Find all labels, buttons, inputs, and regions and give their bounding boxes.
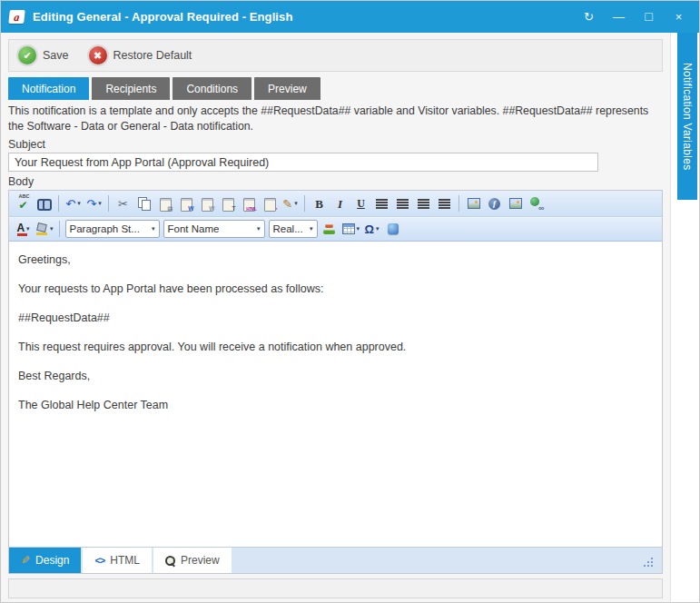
notification-variables-tab[interactable]: Notification Variables [677, 33, 697, 200]
italic-icon[interactable]: I [330, 193, 350, 213]
dialog-window: a Editing General - Approval Required - … [0, 0, 700, 603]
dropdown-caret-icon: ▾ [294, 200, 298, 207]
tab-notification[interactable]: Notification [8, 77, 89, 100]
insert-table-icon[interactable]: ▾ [340, 219, 362, 239]
tab-preview[interactable]: Preview [254, 77, 320, 100]
font-color-icon[interactable]: A▾ [13, 219, 34, 239]
rich-text-editor: ✔↶▾↷▾✂✎▾BIUf A▾▾Paragraph St...▾Font Nam… [8, 190, 663, 574]
body-paragraph: Greetings, [18, 252, 653, 269]
undo-icon[interactable]: ↶▾ [63, 193, 84, 213]
toolbar-separator [59, 221, 60, 237]
paragraph-style-select[interactable]: Paragraph St...▾ [65, 220, 160, 238]
dropdown-caret-icon: ▾ [98, 200, 102, 207]
window-controls: ↻ — □ × [574, 1, 694, 33]
paste-icon[interactable] [154, 193, 175, 213]
dropdown-caret-icon: ▾ [357, 225, 360, 232]
restore-x-icon: ✖ [89, 46, 107, 64]
copy-icon[interactable] [133, 193, 154, 213]
body-paragraph: This request requires approval. You will… [18, 339, 653, 356]
snippet-icon[interactable] [320, 219, 340, 239]
image-manager-icon [468, 198, 480, 209]
save-check-icon: ✔ [18, 46, 36, 64]
background-color-icon[interactable]: ▾ [34, 219, 55, 239]
save-button[interactable]: ✔ Save [18, 46, 69, 64]
align-left-icon[interactable] [413, 193, 434, 213]
editor-content[interactable]: Greetings, Your requests to App Portal h… [9, 242, 662, 547]
paste-plain-text-icon[interactable] [217, 193, 238, 213]
subject-input[interactable] [8, 153, 598, 172]
tab-conditions[interactable]: Conditions [173, 77, 251, 100]
mode-tab-preview[interactable]: Preview [153, 548, 232, 573]
find-and-replace-icon[interactable] [34, 193, 54, 213]
editor-toolbar-row1: ✔↶▾↷▾✂✎▾BIUf [9, 191, 662, 217]
spellcheck-icon[interactable]: ✔ [13, 193, 34, 213]
copy-icon [138, 197, 151, 210]
module-manager-icon[interactable] [382, 219, 403, 239]
module-manager-icon [388, 223, 399, 234]
insert-table-icon [342, 223, 355, 234]
paste-from-word-clean-icon[interactable] [196, 193, 217, 213]
dropdown-caret-icon: ▾ [310, 225, 313, 232]
italic-icon: I [338, 198, 342, 210]
body-paragraph: ##RequestData## [18, 310, 653, 327]
magnifier-icon [165, 556, 175, 566]
align-justify-icon[interactable] [392, 193, 413, 213]
minimize-button[interactable]: — [604, 1, 634, 33]
paste-from-word-clean-icon [201, 197, 213, 211]
mode-tab-html[interactable]: <> HTML [83, 548, 152, 573]
font-name-select: Font Name [168, 223, 220, 234]
media-manager-icon[interactable] [505, 193, 526, 213]
insert-symbol-icon[interactable]: Ω▾ [361, 219, 382, 239]
paste-markup-icon[interactable] [259, 193, 280, 213]
font-size-select[interactable]: Real...▾ [269, 220, 318, 238]
toolbar-separator [108, 195, 109, 212]
maximize-button[interactable]: □ [634, 1, 664, 33]
subject-label: Subject [8, 138, 663, 151]
bold-icon: B [315, 198, 323, 210]
mode-tab-design[interactable]: ✎ Design [9, 548, 81, 573]
tab-recipients[interactable]: Recipients [92, 77, 170, 100]
bold-icon[interactable]: B [309, 193, 330, 213]
code-icon: <> [94, 556, 104, 566]
restore-default-button[interactable]: ✖ Restore Default [89, 46, 192, 64]
image-manager-icon[interactable] [463, 193, 484, 213]
editor-toolbar-row2: A▾▾Paragraph St...▾Font Name▾Real...▾▾Ω▾ [9, 217, 662, 242]
paste-from-word-icon [180, 197, 192, 211]
pencil-icon: ✎ [21, 555, 30, 566]
cut-icon[interactable]: ✂ [113, 193, 133, 213]
align-center-icon[interactable] [371, 193, 392, 213]
dropdown-caret-icon: ▾ [26, 225, 30, 232]
font-size-select: Real... [273, 223, 303, 234]
underline-icon[interactable]: U [350, 193, 371, 213]
align-right-icon[interactable] [434, 193, 455, 213]
app-icon: a [8, 10, 25, 24]
hyperlink-manager-icon [530, 197, 543, 210]
find-and-replace-icon [37, 198, 52, 209]
paragraph-style-select: Paragraph St... [70, 223, 140, 234]
toolbar-separator [304, 195, 305, 212]
paste-as-html-icon[interactable] [238, 193, 259, 213]
app-icon-letter: a [14, 12, 20, 23]
hyperlink-manager-icon[interactable] [526, 193, 547, 213]
format-stripper-icon[interactable]: ✎▾ [280, 193, 301, 213]
redo-icon[interactable]: ↷▾ [84, 193, 104, 213]
toolbar-separator [458, 195, 459, 212]
align-right-icon [439, 198, 450, 209]
paste-plain-text-icon [222, 197, 234, 211]
flash-manager-icon[interactable]: f [484, 193, 505, 213]
paste-from-word-icon[interactable] [175, 193, 196, 213]
restore-default-label: Restore Default [113, 49, 192, 62]
main-tabs: Notification Recipients Conditions Previ… [8, 77, 663, 100]
cut-icon: ✂ [118, 198, 128, 210]
titlebar: a Editing General - Approval Required - … [1, 1, 699, 33]
font-name-select[interactable]: Font Name▾ [163, 220, 265, 238]
body-paragraph: Best Regards, [18, 368, 653, 385]
resize-grip[interactable] [644, 556, 655, 567]
paste-markup-icon [263, 197, 276, 211]
close-button[interactable]: × [664, 1, 694, 33]
flash-manager-icon: f [488, 198, 500, 210]
dropdown-caret-icon: ▾ [257, 225, 261, 232]
refresh-button[interactable]: ↻ [574, 1, 604, 33]
mode-tab-preview-label: Preview [181, 554, 220, 567]
background-color-icon [35, 223, 48, 235]
